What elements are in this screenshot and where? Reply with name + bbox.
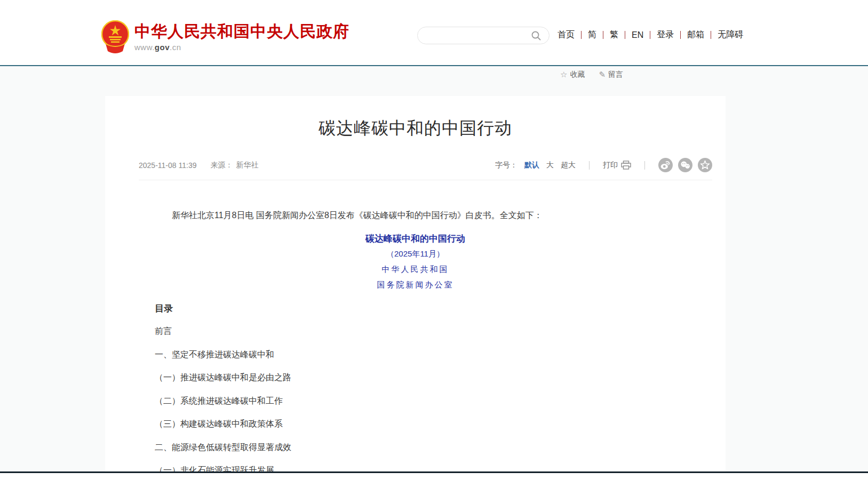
url-cn: .cn — [170, 43, 181, 52]
article-meta-right: 字号： 默认 大 超大 打印 — [495, 158, 712, 172]
nav-separator — [680, 31, 681, 39]
nav-home[interactable]: 首页 — [558, 29, 575, 41]
nav-separator — [650, 31, 650, 39]
document-title: 碳达峰碳中和的中国行动 — [155, 234, 676, 244]
print-button[interactable]: 打印 — [603, 161, 631, 170]
article-meta-left: 2025-11-08 11:39 来源： 新华社 — [139, 161, 258, 170]
article-title: 碳达峰碳中和的中国行动 — [105, 96, 726, 138]
nav-traditional[interactable]: 繁 — [610, 29, 618, 41]
meta-separator — [589, 161, 590, 170]
share-icons — [658, 158, 712, 172]
weibo-share-icon[interactable] — [658, 158, 673, 172]
message-label: 留言 — [608, 70, 623, 79]
article-source: 来源： 新华社 — [210, 161, 258, 170]
wechat-share-icon[interactable] — [678, 158, 692, 172]
url-www: www. — [134, 43, 155, 52]
nav-accessibility[interactable]: 无障碍 — [718, 29, 743, 41]
lead-paragraph: 新华社北京11月8日电 国务院新闻办公室8日发布《碳达峰碳中和的中国行动》白皮书… — [155, 209, 676, 222]
print-label: 打印 — [603, 161, 618, 170]
url-gov: gov — [155, 43, 170, 52]
nav-separator — [603, 31, 603, 39]
search-icon — [531, 30, 541, 41]
toc-item: 二、能源绿色低碳转型取得显著成效 — [155, 436, 676, 459]
nav-separator — [581, 31, 582, 39]
font-size-xlarge[interactable]: 超大 — [561, 161, 576, 170]
meta-separator — [644, 161, 645, 170]
toc-item: （一）非化石能源实现跃升发展 — [155, 459, 676, 471]
article-meta-bar: 2025-11-08 11:39 来源： 新华社 字号： 默认 大 超大 打印 — [139, 158, 712, 180]
favorite-button[interactable]: ☆收藏 — [560, 70, 585, 79]
search-box — [417, 27, 550, 44]
source-label: 来源： — [210, 161, 233, 170]
font-size-large[interactable]: 大 — [546, 161, 554, 170]
header-divider — [0, 65, 868, 66]
nav-english[interactable]: EN — [632, 30, 643, 40]
site-header: 中华人民共和国中央人民政府 www.gov.cn 首页 简 繁 EN 登录 邮箱… — [0, 0, 868, 65]
toc-item: （二）系统推进碳达峰碳中和工作 — [155, 389, 676, 413]
search-button[interactable] — [531, 27, 549, 44]
nav-separator — [625, 31, 625, 39]
site-title: 中华人民共和国中央人民政府 — [134, 22, 349, 41]
nav-separator — [711, 31, 711, 39]
document-org-line1: 中华人民共和国 — [155, 265, 676, 274]
document-date: （2025年11月） — [155, 249, 676, 259]
national-emblem-icon — [101, 20, 129, 55]
pencil-icon: ✎ — [599, 70, 606, 79]
toc-heading: 目录 — [155, 303, 676, 315]
page: 中华人民共和国中央人民政府 www.gov.cn 首页 简 繁 EN 登录 邮箱… — [0, 0, 868, 488]
national-emblem-logo[interactable] — [101, 20, 129, 55]
favorite-label: 收藏 — [570, 70, 585, 79]
more-share-icon[interactable] — [698, 158, 712, 172]
publish-time: 2025-11-08 11:39 — [139, 161, 196, 170]
source-name[interactable]: 新华社 — [236, 161, 258, 170]
toc-item: 一、坚定不移推进碳达峰碳中和 — [155, 343, 676, 366]
quick-links: ☆收藏 ✎留言 — [560, 70, 623, 79]
message-button[interactable]: ✎留言 — [599, 70, 623, 79]
article-card: 碳达峰碳中和的中国行动 2025-11-08 11:39 来源： 新华社 字号：… — [105, 96, 726, 471]
document-heading: 碳达峰碳中和的中国行动 （2025年11月） 中华人民共和国 国务院新闻办公室 — [155, 234, 676, 290]
site-url: www.gov.cn — [134, 43, 349, 52]
top-navigation: 首页 简 繁 EN 登录 邮箱 无障碍 — [558, 29, 743, 41]
star-outline-icon: ☆ — [560, 70, 567, 79]
document-org-line2: 国务院新闻办公室 — [155, 280, 676, 290]
search-input[interactable] — [418, 27, 531, 44]
footer-top-border — [0, 471, 868, 473]
nav-simplified[interactable]: 简 — [588, 29, 596, 41]
font-size-default[interactable]: 默认 — [524, 161, 539, 170]
printer-icon — [621, 161, 631, 170]
nav-mail[interactable]: 邮箱 — [687, 29, 704, 41]
toc-item: 前言 — [155, 319, 676, 343]
toc-item: （一）推进碳达峰碳中和是必由之路 — [155, 366, 676, 389]
font-size-label: 字号： — [495, 161, 517, 170]
site-identity: 中华人民共和国中央人民政府 www.gov.cn — [134, 22, 349, 52]
nav-login[interactable]: 登录 — [657, 29, 674, 41]
table-of-contents: 前言 一、坚定不移推进碳达峰碳中和 （一）推进碳达峰碳中和是必由之路 （二）系统… — [155, 319, 676, 471]
toc-item: （三）构建碳达峰碳中和政策体系 — [155, 412, 676, 436]
article-body: 新华社北京11月8日电 国务院新闻办公室8日发布《碳达峰碳中和的中国行动》白皮书… — [155, 209, 676, 471]
